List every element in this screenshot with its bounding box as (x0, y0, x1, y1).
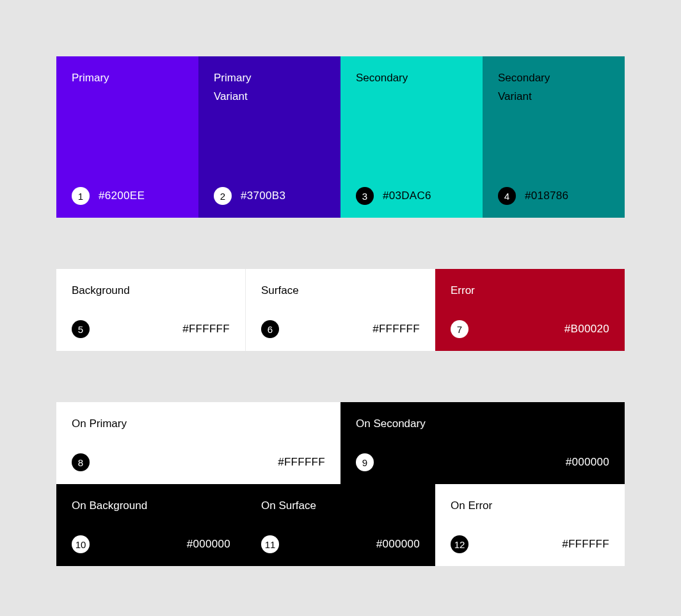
swatch-number-badge: 9 (356, 453, 374, 471)
swatch-hex: #FFFFFF (562, 538, 609, 551)
swatch-hex: #B00020 (565, 323, 609, 336)
swatch-number-badge: 11 (261, 535, 279, 553)
swatch-hex: #000000 (376, 538, 420, 551)
swatch-number-badge: 8 (72, 453, 90, 471)
swatch-on-secondary: On Secondary 9 #000000 (340, 402, 625, 484)
swatch-footer: 12 #FFFFFF (451, 535, 609, 553)
swatch-footer: 1 #6200EE (72, 187, 183, 205)
swatch-secondary: Secondary 3 #03DAC6 (340, 56, 483, 218)
surface-colors-row: Background 5 #FFFFFF Surface 6 #FFFFFF E… (56, 269, 625, 351)
swatch-surface: Surface 6 #FFFFFF (246, 269, 435, 351)
swatch-secondary-variant: SecondaryVariant 4 #018786 (483, 56, 625, 218)
swatch-footer: 6 #FFFFFF (261, 320, 420, 338)
swatch-background: Background 5 #FFFFFF (56, 269, 246, 351)
swatch-number-badge: 5 (72, 320, 90, 338)
swatch-label: Background (72, 282, 230, 300)
swatch-hex: #03DAC6 (383, 190, 431, 202)
swatch-number-badge: 6 (261, 320, 279, 338)
swatch-number-badge: 12 (451, 535, 469, 553)
swatch-label: SecondaryVariant (498, 69, 609, 106)
swatch-footer: 3 #03DAC6 (356, 187, 467, 205)
swatch-label: On Surface (261, 497, 420, 515)
swatch-label: Secondary (356, 69, 467, 88)
swatch-footer: 4 #018786 (498, 187, 609, 205)
swatch-label: On Background (72, 497, 230, 515)
swatch-footer: 7 #B00020 (451, 320, 609, 338)
swatch-hex: #FFFFFF (278, 456, 325, 469)
swatch-label: On Secondary (356, 415, 609, 434)
swatch-number-badge: 7 (451, 320, 469, 338)
theme-colors-row: Primary 1 #6200EE PrimaryVariant 2 #3700… (56, 56, 625, 218)
swatch-number-badge: 10 (72, 535, 90, 553)
swatch-footer: 9 #000000 (356, 453, 609, 471)
swatch-label: On Primary (72, 415, 325, 434)
swatch-number-badge: 3 (356, 187, 374, 205)
swatch-on-surface: On Surface 11 #000000 (246, 484, 435, 566)
swatch-number-badge: 1 (72, 187, 90, 205)
swatch-number-badge: 4 (498, 187, 516, 205)
swatch-footer: 11 #000000 (261, 535, 420, 553)
color-palette: Primary 1 #6200EE PrimaryVariant 2 #3700… (56, 56, 625, 566)
swatch-primary: Primary 1 #6200EE (56, 56, 198, 218)
swatch-error: Error 7 #B00020 (435, 269, 625, 351)
swatch-label: On Error (451, 497, 609, 515)
swatch-label: Error (451, 282, 609, 300)
swatch-hex: #3700B3 (241, 190, 285, 202)
swatch-primary-variant: PrimaryVariant 2 #3700B3 (198, 56, 340, 218)
swatch-hex: #018786 (525, 190, 568, 202)
swatch-label: PrimaryVariant (214, 69, 325, 106)
on-colors-row: On Primary 8 #FFFFFF On Secondary 9 #000… (56, 402, 625, 566)
swatch-hex: #FFFFFF (182, 323, 230, 336)
swatch-on-primary: On Primary 8 #FFFFFF (56, 402, 340, 484)
swatch-on-background: On Background 10 #000000 (56, 484, 246, 566)
swatch-footer: 10 #000000 (72, 535, 230, 553)
swatch-hex: #000000 (187, 538, 230, 551)
swatch-hex: #6200EE (99, 190, 145, 202)
swatch-on-error: On Error 12 #FFFFFF (435, 484, 625, 566)
swatch-footer: 2 #3700B3 (214, 187, 325, 205)
swatch-hex: #FFFFFF (373, 323, 420, 336)
swatch-label: Primary (72, 69, 183, 88)
swatch-hex: #000000 (566, 456, 609, 469)
swatch-footer: 8 #FFFFFF (72, 453, 325, 471)
swatch-number-badge: 2 (214, 187, 232, 205)
swatch-footer: 5 #FFFFFF (72, 320, 230, 338)
swatch-label: Surface (261, 282, 420, 300)
